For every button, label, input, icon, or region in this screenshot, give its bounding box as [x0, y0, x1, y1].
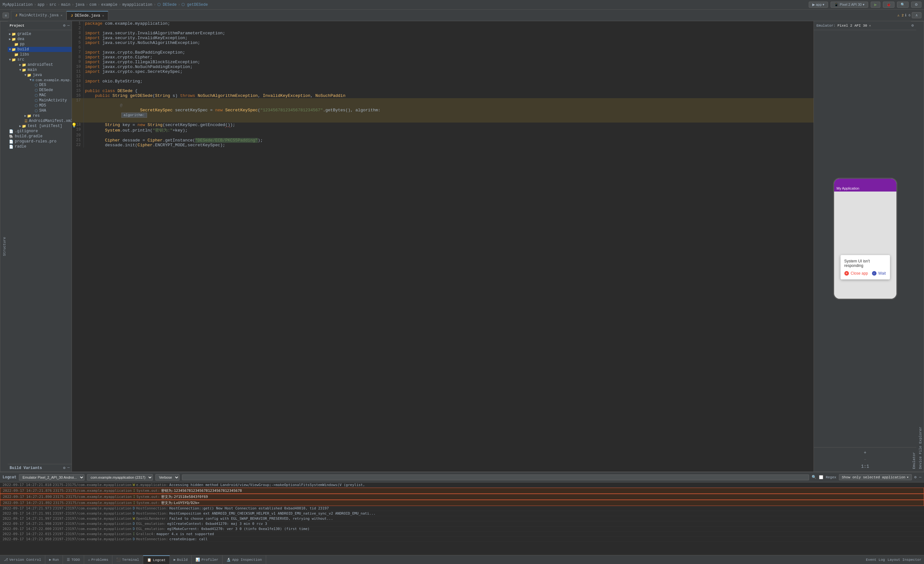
scale-icon[interactable]: 1:1 — [861, 464, 869, 469]
tree-item-mac[interactable]: ⬡ MAC — [8, 93, 72, 98]
folder-icon: 📁 — [14, 52, 19, 57]
tree-item-gitignore[interactable]: 📄 .gitignore — [8, 129, 72, 134]
logcat-minimize-icon[interactable]: — — [919, 475, 921, 480]
tree-label-test: test [unitTest] — [28, 124, 62, 128]
bottom-tab-version-control[interactable]: ⎇ Version Control — [0, 555, 45, 564]
search-button[interactable]: 🔍 — [897, 1, 909, 8]
tree-label-src: src — [17, 57, 24, 62]
breadcrumb-app[interactable]: app — [38, 3, 45, 7]
tree-item-md5[interactable]: ⬡ MD5 — [8, 103, 72, 108]
breadcrumb-example[interactable]: example — [101, 3, 117, 7]
arrow-icon: ▼ — [30, 78, 32, 82]
tab-desede[interactable]: J DESede.java ✕ — [66, 11, 108, 20]
logcat-content[interactable]: 2022-09-17 14:27:21.818 23175-23175/com.… — [0, 483, 924, 555]
breadcrumb-myapplication2[interactable]: myapplication — [122, 3, 153, 7]
arrow-icon: ▼ — [9, 48, 11, 51]
breadcrumb-myapplication[interactable]: MyApplication — [3, 3, 33, 7]
bottom-tab-app-inspection[interactable]: 🔬 App Inspection — [222, 555, 266, 564]
tab-desede-close[interactable]: ✕ — [102, 14, 104, 18]
breadcrumb-getdesede[interactable]: ⬡ getDESede — [182, 2, 208, 7]
search-icon: 🔍 — [812, 475, 816, 480]
logcat-search-input[interactable] — [182, 474, 809, 480]
tree-item-proguard[interactable]: 📄 proguard-rules.pro — [8, 139, 72, 144]
tree-item-src[interactable]: ▼ 📁 src — [8, 57, 72, 62]
breadcrumb-desede[interactable]: ⬡ DESede — [158, 2, 177, 7]
sidebar-collapse-icon[interactable]: — — [68, 23, 70, 28]
regex-checkbox[interactable] — [819, 475, 823, 479]
event-log-label[interactable]: Event Log — [866, 558, 885, 562]
logcat-settings-icon[interactable]: ⚙ — [914, 475, 916, 480]
sidebar-toolbar: Project ⚙ — — [8, 21, 72, 30]
left-tab-favorites[interactable]: Favorites — [0, 21, 1, 471]
logcat-level-select[interactable]: Verbose Debug Info Warning Error — [155, 474, 180, 480]
tree-item-java[interactable]: ▼ 📁 java — [8, 72, 72, 78]
run-config-button[interactable]: ▶ app ▾ — [809, 1, 828, 8]
bottom-tab-problems[interactable]: ⚠ Problems — [84, 555, 112, 564]
arrow-icon: ▶ — [19, 124, 21, 128]
bottom-tab-build[interactable]: ▶ Build — [170, 555, 192, 564]
settings-button[interactable]: ⚙ — [911, 1, 921, 8]
folder-icon: 📁 — [12, 32, 16, 36]
arrow-icon: ▶ — [9, 37, 11, 41]
breadcrumb-src[interactable]: src — [50, 3, 57, 7]
close-icon[interactable]: ✕ — [869, 24, 871, 28]
code-editor: 1 package com.example.myapplication; 2 3… — [72, 21, 813, 471]
warning-bulb-icon: 💡 — [72, 123, 77, 128]
run-button[interactable]: ▶ — [871, 1, 880, 8]
dialog-wait-btn[interactable]: ○ Wait — [872, 271, 886, 275]
tab-mainactivity-close[interactable]: ✕ — [60, 13, 62, 17]
breadcrumb-java[interactable]: java — [75, 3, 84, 7]
tree-item-test[interactable]: ▶ 📁 test [unitTest] — [8, 124, 72, 129]
tree-item-androidmanifest[interactable]: ☰ AndroidManifest.xml — [8, 118, 72, 124]
code-line-8: 8 import javax.crypto.Cipher; — [72, 55, 813, 60]
tab-mainactivity[interactable]: J MainActivity.java ✕ — [11, 11, 66, 20]
bv-minimize-icon[interactable]: — — [68, 465, 70, 470]
zoom-in-icon[interactable]: + — [864, 450, 866, 455]
bottom-tab-profiler[interactable]: 📊 Profiler — [192, 555, 222, 564]
tree-item-res[interactable]: ▶ 📁 res — [8, 113, 72, 118]
tree-item-mainactivity[interactable]: ⬡ MainActivity — [8, 98, 72, 103]
left-tab-structure[interactable]: Structure — [1, 21, 8, 471]
sidebar-toggle-button[interactable]: ≡ — [3, 12, 9, 18]
only-selected-dropdown[interactable]: Show only selected application ▾ — [839, 474, 912, 480]
tree-item-dea[interactable]: ▶ 📁 dea — [8, 37, 72, 42]
tree-item-buildgradle[interactable]: 🐘 build.gradle — [8, 134, 72, 139]
project-sidebar: Project ⚙ — ▶ 📁 gradle ▶ 📁 dea 📁 pp ▼ — [8, 21, 72, 471]
tree-item-sha[interactable]: ⬡ SHA — [8, 108, 72, 113]
tree-item-libs[interactable]: 📁 libs — [8, 52, 72, 57]
main-layout: Structure Favorites Build Variants Proje… — [0, 21, 924, 471]
logcat-device-select[interactable]: Emulator Pixel_2_API_30 Androi... — [19, 474, 84, 480]
tree-item-androidtest[interactable]: ▶ 📁 androidTest — [8, 62, 72, 67]
code-line-21: 21 Cipher dessade = Cipher.getInstance("… — [72, 138, 813, 143]
right-tab-device-file-explorer[interactable]: Device File Explorer — [917, 21, 924, 471]
bv-settings-icon[interactable]: ⚙ — [63, 465, 66, 470]
dialog-close-btn[interactable]: ✕ Close app — [844, 271, 868, 275]
breadcrumb-com[interactable]: com — [89, 3, 96, 7]
log-row: 2022-09-17 14:27:22.050 23197-23197/com.… — [0, 537, 924, 542]
sidebar-settings-icon[interactable]: ⚙ — [63, 23, 66, 28]
tree-item-des[interactable]: ⬡ DES — [8, 82, 72, 88]
tree-label-androidtest: androidTest — [28, 63, 53, 67]
code-line-3: 3 import java.security.InvalidAlgorithmP… — [72, 31, 813, 36]
bottom-tab-todo[interactable]: ☰ TODO — [63, 555, 84, 564]
code-line-13: 13 import okio.ByteString; — [72, 79, 813, 84]
breadcrumb-main[interactable]: main — [61, 3, 70, 7]
expand-button[interactable]: ∧ — [912, 12, 921, 18]
tree-item-build[interactable]: ▼ 📁 build — [8, 47, 72, 52]
code-container[interactable]: 1 package com.example.myapplication; 2 3… — [72, 21, 813, 471]
debug-button[interactable]: 🐞 — [883, 1, 894, 8]
bottom-tab-run[interactable]: ▶ Run — [45, 555, 63, 564]
tree-item-pp[interactable]: 📁 pp — [8, 42, 72, 47]
tree-item-gradle[interactable]: ▶ 📁 gradle — [8, 31, 72, 37]
tree-label-res: res — [33, 114, 40, 118]
device-select-button[interactable]: 📱 Pixel 2 API 30 ▾ — [831, 1, 868, 8]
tree-item-main[interactable]: ▼ 📁 main — [8, 67, 72, 72]
layout-inspector-label[interactable]: Layout Inspector — [887, 558, 921, 562]
tree-item-desede[interactable]: ⬡ DESede — [8, 88, 72, 93]
tree-item-radle[interactable]: 📄 radle — [8, 144, 72, 149]
tree-item-package[interactable]: ▼ ⊞ com.example.myap... — [8, 78, 72, 82]
logcat-package-select[interactable]: com.example.myapplication (2317) — [87, 474, 153, 480]
bottom-tab-terminal[interactable]: ⬛ Terminal — [112, 555, 143, 564]
bottom-tab-logcat[interactable]: 📋 Logcat — [143, 555, 170, 564]
right-tab-emulator[interactable]: Emulator — [911, 21, 917, 471]
